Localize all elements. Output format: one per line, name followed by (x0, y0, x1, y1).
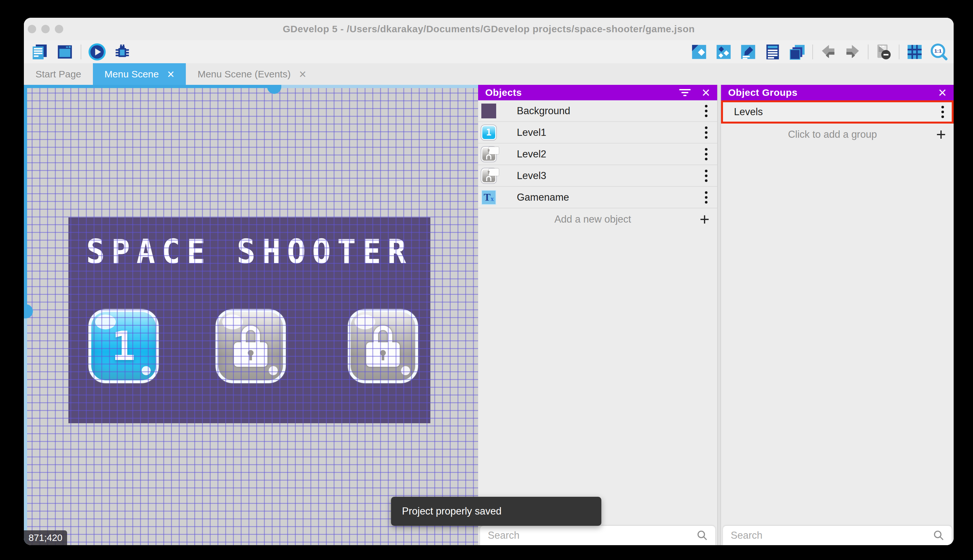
object-row-gamename[interactable]: Tx Gamename (478, 187, 717, 208)
object-menu-icon[interactable] (703, 103, 710, 119)
object-groups-panel-header: Object Groups × (721, 85, 954, 100)
cursor-coordinates-badge: 871;420 (24, 530, 67, 545)
scene-canvas[interactable]: SPACE SHOOTER 1 871;420 (24, 85, 478, 545)
main-area: SPACE SHOOTER 1 871;420 (24, 85, 954, 545)
search-icon[interactable] (696, 529, 709, 542)
plus-icon[interactable]: + (936, 126, 946, 143)
debug-icon[interactable] (113, 43, 132, 61)
object-groups-panel: Object Groups × Levels Click to add a gr… (721, 85, 954, 545)
object-menu-icon[interactable] (703, 168, 710, 184)
window-title: GDevelop 5 - /Users/dkarakay/Documents/G… (24, 18, 954, 40)
zoom-1-1-icon[interactable]: 1:1 (930, 43, 948, 61)
objects-panel-header: Objects × (478, 85, 717, 100)
group-menu-icon[interactable] (940, 104, 946, 120)
object-menu-icon[interactable] (703, 125, 710, 141)
level2-button-sprite[interactable] (215, 309, 286, 383)
game-title-text: SPACE SHOOTER (68, 232, 430, 271)
preview-window-icon[interactable] (55, 43, 74, 61)
add-new-group-row[interactable]: Click to add a group + (721, 123, 954, 145)
toolbar-right-group: 1:1 (690, 40, 948, 63)
group-row-levels-highlighted[interactable]: Levels (721, 100, 954, 123)
level3-thumbnail (482, 168, 496, 183)
toolbar-separator (899, 45, 900, 59)
objects-panel: Objects × Background 1 Level1 (478, 85, 717, 545)
filter-icon[interactable] (679, 89, 691, 96)
main-toolbar: 1:1 (24, 40, 954, 63)
hscroll-handle[interactable] (267, 85, 281, 94)
plus-icon[interactable]: + (700, 211, 710, 228)
menu-scene-preview[interactable]: SPACE SHOOTER 1 (68, 217, 430, 423)
level1-thumbnail: 1 (482, 125, 496, 140)
tab-menu-scene[interactable]: Menu Scene × (93, 63, 186, 85)
instances-list-icon[interactable] (763, 43, 782, 61)
toolbar-separator (81, 45, 81, 59)
lock-icon (234, 325, 267, 367)
object-groups-panel-title: Object Groups (728, 87, 798, 98)
lock-icon (366, 325, 400, 367)
objects-search-bar (480, 526, 715, 545)
close-icon[interactable]: × (702, 85, 710, 100)
close-icon[interactable]: × (938, 85, 946, 100)
object-menu-icon[interactable] (703, 189, 710, 205)
gdevelop-window: GDevelop 5 - /Users/dkarakay/Documents/G… (24, 18, 954, 545)
level1-number: 1 (112, 323, 136, 369)
object-row-background[interactable]: Background (478, 100, 717, 122)
redo-icon[interactable] (843, 43, 862, 61)
tab-start-page[interactable]: Start Page (24, 63, 93, 85)
grid-icon[interactable] (905, 43, 924, 61)
level1-button-sprite[interactable]: 1 (88, 309, 159, 383)
groups-search-input[interactable] (731, 530, 932, 541)
level3-button-sprite[interactable] (348, 309, 418, 383)
tab-menu-scene-events[interactable]: Menu Scene (Events) × (186, 63, 318, 85)
object-groups-editor-icon[interactable] (714, 43, 733, 61)
panel-divider[interactable] (717, 85, 721, 545)
objects-editor-icon[interactable] (690, 43, 708, 61)
objects-panel-title: Objects (485, 87, 522, 98)
vscroll-handle[interactable] (24, 304, 33, 318)
tab-label: Menu Scene (Events) (197, 69, 290, 80)
tab-label: Menu Scene (105, 69, 159, 80)
object-row-level1[interactable]: 1 Level1 (478, 122, 717, 143)
add-new-object-row[interactable]: Add a new object + (478, 208, 717, 230)
undo-icon[interactable] (819, 43, 838, 61)
tab-close-icon[interactable]: × (167, 68, 174, 80)
instances-mask-icon[interactable] (874, 43, 893, 61)
toolbar-separator (812, 45, 813, 59)
objects-search-input[interactable] (488, 530, 696, 541)
toast-message: Project properly saved (402, 505, 501, 517)
save-toast: Project properly saved (391, 497, 601, 526)
properties-panel-icon[interactable] (739, 43, 758, 61)
layers-editor-icon[interactable] (788, 43, 806, 61)
toolbar-left-group (30, 40, 132, 63)
play-icon[interactable] (88, 43, 107, 61)
groups-search-bar (723, 526, 952, 545)
object-row-level2[interactable]: Level2 (478, 143, 717, 165)
gamename-thumbnail: Tx (482, 190, 496, 205)
canvas-vertical-scrollbar[interactable] (24, 85, 27, 545)
project-manager-icon[interactable] (30, 43, 49, 61)
search-icon[interactable] (932, 529, 945, 542)
tab-label: Start Page (35, 69, 81, 80)
toolbar-separator (868, 45, 868, 59)
editor-tabbar: Start Page Menu Scene × Menu Scene (Even… (24, 63, 954, 85)
level2-thumbnail (482, 147, 496, 162)
titlebar: GDevelop 5 - /Users/dkarakay/Documents/G… (24, 18, 954, 40)
object-menu-icon[interactable] (703, 146, 710, 162)
svg-text:1:1: 1:1 (934, 48, 942, 53)
tab-close-icon[interactable]: × (299, 68, 306, 80)
object-row-level3[interactable]: Level3 (478, 165, 717, 187)
background-thumbnail (482, 103, 496, 118)
